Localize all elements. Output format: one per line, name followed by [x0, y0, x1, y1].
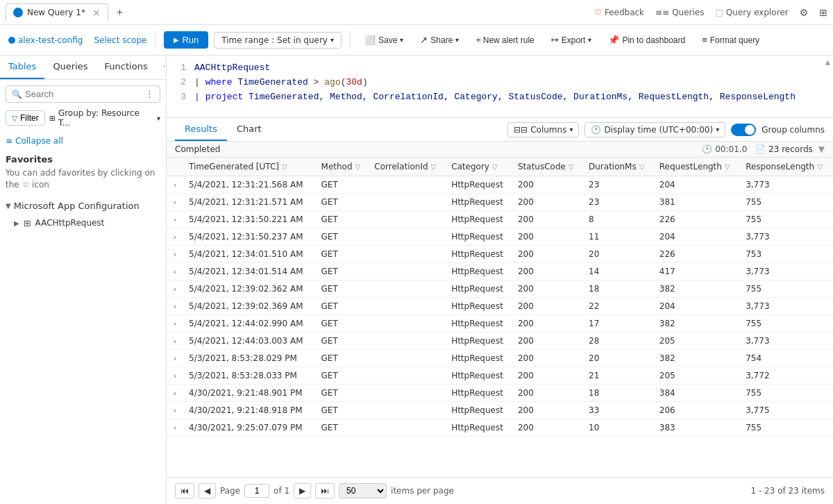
active-tab[interactable]: New Query 1* ×	[6, 3, 108, 21]
workspace-label: alex-test-config	[8, 35, 83, 45]
per-page-select[interactable]: 50 100 250	[339, 483, 387, 498]
requestlength-filter-icon[interactable]: ▽	[725, 163, 730, 171]
filter-button[interactable]: ▽ Filter	[6, 110, 45, 126]
row-expand-cell[interactable]: ›	[167, 263, 183, 280]
collapse-all-button[interactable]: ≡ Collapse all	[0, 133, 166, 149]
last-page-button[interactable]: ⏭	[315, 483, 335, 498]
export-button[interactable]: ↦ Export ▾	[546, 32, 598, 48]
tree-item-aachttprequest[interactable]: ▶ ⊞ AACHttpRequest	[0, 215, 166, 231]
table-cell	[369, 298, 446, 315]
queries-button[interactable]: ≡≡ Queries	[655, 8, 704, 17]
result-tab-chart[interactable]: Chart	[227, 118, 271, 141]
durationms-filter-icon[interactable]: ▽	[639, 163, 645, 171]
row-expand-cell[interactable]: ›	[167, 194, 183, 211]
table-cell: HttpRequest	[446, 402, 512, 419]
table-row: ›4/30/2021, 9:25:07.079 PMGETHttpRequest…	[167, 419, 833, 437]
search-input[interactable]	[25, 89, 142, 99]
table-cell	[369, 263, 446, 280]
row-expand-cell[interactable]: ›	[167, 385, 183, 402]
doc-icon: 📄	[755, 144, 766, 154]
pin-button[interactable]: 📌 Pin to dashboard	[603, 32, 691, 48]
query-editor[interactable]: 1 AACHttpRequest 2 | where TimeGenerated…	[167, 56, 833, 118]
table-cell: 206	[654, 402, 740, 419]
table-cell: 226	[654, 211, 740, 228]
next-page-button[interactable]: ▶	[294, 483, 311, 498]
correlationid-filter-icon[interactable]: ▽	[431, 163, 437, 171]
grid-icon[interactable]: ⊞	[819, 7, 827, 18]
results-table: TimeGenerated [UTC] ▽ Method ▽	[167, 158, 833, 437]
time-range-button[interactable]: Time range : Set in query ▾	[214, 32, 342, 49]
table-icon: ⊞	[24, 218, 31, 228]
settings-icon[interactable]: ⚙	[800, 7, 809, 18]
table-body: ›5/4/2021, 12:31:21.568 AMGETHttpRequest…	[167, 176, 833, 437]
format-icon: ≡	[702, 35, 707, 45]
row-expand-cell[interactable]: ›	[167, 315, 183, 333]
timegen-filter-icon[interactable]: ▽	[282, 163, 287, 171]
table-row: ›5/4/2021, 12:44:03.003 AMGETHttpRequest…	[167, 333, 833, 350]
row-expand-cell[interactable]: ›	[167, 246, 183, 263]
editor-line-2: 2 | where TimeGenerated > ago(30d)	[175, 76, 825, 90]
row-expand-cell[interactable]: ›	[167, 280, 183, 298]
favorites-title: Favorites	[6, 154, 160, 165]
query-explorer-button[interactable]: ⬚ Query explorer	[716, 8, 789, 17]
table-cell: 200	[512, 419, 583, 437]
table-cell: 20	[583, 350, 654, 367]
row-expand-cell[interactable]: ›	[167, 176, 183, 194]
row-expand-cell[interactable]: ›	[167, 298, 183, 315]
table-cell: HttpRequest	[446, 263, 512, 280]
row-expand-cell[interactable]: ›	[167, 333, 183, 350]
result-tab-results[interactable]: Results	[175, 118, 227, 141]
table-cell: 5/4/2021, 12:31:50.237 AM	[183, 228, 316, 246]
sidebar-tab-more[interactable]: ···	[156, 56, 167, 79]
statuscode-filter-icon[interactable]: ▽	[569, 163, 574, 171]
row-expand-cell[interactable]: ›	[167, 228, 183, 246]
method-filter-icon[interactable]: ▽	[355, 163, 361, 171]
table-cell: HttpRequest	[446, 367, 512, 385]
sidebar-tab-functions[interactable]: Functions	[96, 56, 156, 79]
responselength-filter-icon[interactable]: ▽	[817, 163, 823, 171]
table-cell: 200	[512, 176, 583, 194]
run-button[interactable]: ▶ Run	[164, 31, 208, 49]
feedback-button[interactable]: ♡ Feedback	[594, 8, 644, 17]
table-cell: HttpRequest	[446, 315, 512, 333]
table-cell: 23	[583, 176, 654, 194]
col-header-category: Category ▽	[446, 158, 512, 176]
row-expand-cell[interactable]: ›	[167, 419, 183, 437]
columns-button[interactable]: ⊟⊟ Columns ▾	[507, 122, 579, 137]
section-header-app-config[interactable]: ▼ Microsoft App Configuration	[0, 196, 166, 215]
row-expand-cell[interactable]: ›	[167, 211, 183, 228]
tab-label: New Query 1*	[27, 8, 85, 17]
row-expand-cell[interactable]: ›	[167, 367, 183, 385]
workspace-name[interactable]: alex-test-config	[18, 35, 83, 45]
table-cell: 381	[654, 194, 740, 211]
save-button[interactable]: ⬜ Save ▾	[359, 32, 409, 48]
expand-status-icon[interactable]: ▼	[818, 144, 825, 154]
sidebar-tab-queries[interactable]: Queries	[44, 56, 96, 79]
display-time-button[interactable]: 🕐 Display time (UTC+00:00) ▾	[584, 122, 725, 137]
prev-page-button[interactable]: ◀	[199, 483, 216, 498]
row-expand-cell[interactable]: ›	[167, 402, 183, 419]
search-more-icon[interactable]: ⋮	[145, 89, 154, 99]
tab-close[interactable]: ×	[92, 7, 101, 18]
line-num-3: 3	[175, 90, 186, 105]
page-input[interactable]	[244, 484, 269, 498]
collapse-editor-icon[interactable]: ▲	[825, 58, 830, 68]
group-by-button[interactable]: ⊞ Group by: Resource T... ▾	[49, 108, 160, 128]
col-header-durationms: DurationMs ▽	[583, 158, 654, 176]
new-alert-button[interactable]: + New alert rule	[470, 33, 539, 48]
first-page-button[interactable]: ⏮	[175, 483, 194, 498]
toggle-switch[interactable]	[731, 124, 756, 136]
records-count: 📄 23 records	[755, 144, 813, 154]
share-button[interactable]: ↗ Share ▾	[414, 32, 464, 48]
table-cell: 755	[740, 280, 833, 298]
select-scope-link[interactable]: Select scope	[94, 35, 146, 45]
add-tab-button[interactable]: +	[111, 3, 128, 22]
sidebar-tab-tables[interactable]: Tables	[0, 56, 44, 79]
group-columns-toggle[interactable]: Group columns	[731, 124, 825, 136]
format-button[interactable]: ≡ Format query	[696, 32, 765, 48]
editor-line-1: 1 AACHttpRequest	[175, 61, 825, 76]
main-layout: Tables Queries Functions ··· 《 🔍 ⋮ ▽ Fil…	[0, 56, 833, 504]
category-filter-icon[interactable]: ▽	[492, 163, 498, 171]
row-expand-cell[interactable]: ›	[167, 350, 183, 367]
save-icon: ⬜	[364, 35, 376, 45]
